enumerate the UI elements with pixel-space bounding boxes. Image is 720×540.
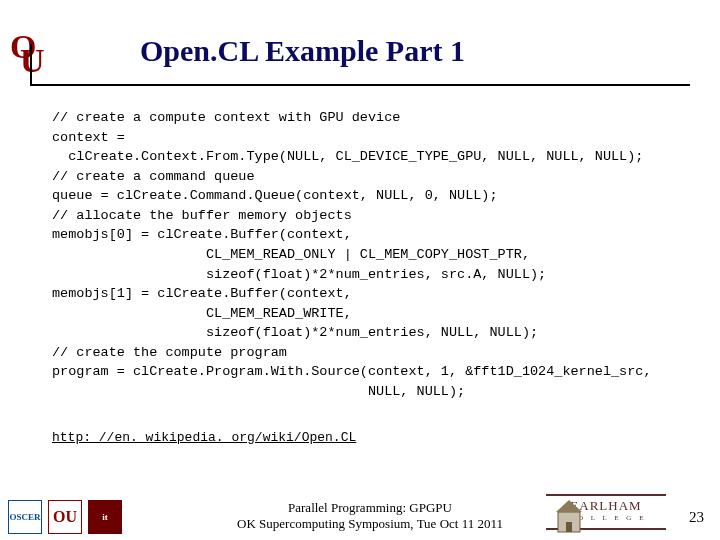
oscer-logo: OSCER: [8, 500, 42, 534]
it-logo: it: [88, 500, 122, 534]
svg-marker-1: [556, 500, 582, 512]
page-number: 23: [689, 509, 704, 526]
title-rule-horizontal: [30, 84, 690, 86]
slide-title: Open.CL Example Part 1: [140, 34, 465, 68]
source-link[interactable]: http: //en. wikipedia. org/wiki/Open.CL: [52, 430, 356, 445]
footer-text: Parallel Programming: GPGPU OK Supercomp…: [220, 500, 520, 533]
ou-logo: O U: [10, 30, 46, 74]
footer-logos-left: OSCER OU it: [8, 500, 122, 534]
footer-line2: OK Supercomputing Symposium, Tue Oct 11 …: [220, 516, 520, 532]
title-rule-vertical: [30, 44, 32, 84]
svg-rect-2: [566, 522, 572, 532]
footer-line1: Parallel Programming: GPGPU: [220, 500, 520, 516]
ou-logo-u: U: [20, 44, 45, 78]
ou-logo-small: OU: [48, 500, 82, 534]
footer: OSCER OU it Parallel Programming: GPGPU …: [0, 476, 720, 540]
code-block: // create a compute context with GPU dev…: [52, 108, 692, 401]
building-icon: [552, 498, 586, 536]
